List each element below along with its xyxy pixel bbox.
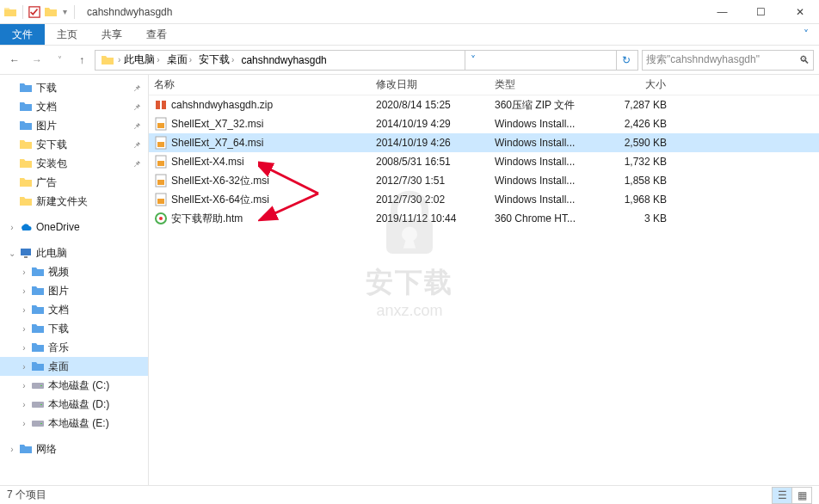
nav-forward-button[interactable]: → bbox=[28, 51, 46, 70]
table-row[interactable]: cahshndwyhasgdh.zip 2020/8/14 15:25 360压… bbox=[149, 95, 819, 114]
file-size: 2,426 KB bbox=[594, 118, 672, 130]
file-type: 360 Chrome HT... bbox=[490, 212, 594, 224]
file-type: Windows Install... bbox=[490, 137, 594, 149]
pin-icon: 📌︎ bbox=[132, 140, 141, 150]
qat-overflow[interactable]: ▾ bbox=[61, 7, 69, 16]
nav-recent-button[interactable]: ˅ bbox=[50, 51, 69, 70]
file-size: 7,287 KB bbox=[594, 99, 672, 111]
maximize-button[interactable]: ☐ bbox=[742, 0, 780, 24]
header-date[interactable]: 修改日期 bbox=[371, 75, 490, 95]
nav-back-button[interactable]: ← bbox=[5, 51, 24, 70]
file-size: 2,590 KB bbox=[594, 137, 672, 149]
file-type: Windows Install... bbox=[490, 156, 594, 168]
sidebar-item-视频[interactable]: ›视频 bbox=[0, 262, 148, 281]
tab-view[interactable]: 查看 bbox=[134, 24, 179, 45]
nav-up-button[interactable]: ↑ bbox=[72, 51, 91, 70]
svg-rect-8 bbox=[40, 423, 42, 424]
svg-rect-12 bbox=[157, 123, 164, 128]
header-type[interactable]: 类型 bbox=[490, 75, 594, 95]
file-size: 1,858 KB bbox=[594, 175, 672, 187]
sidebar-item-新建文件夹[interactable]: 新建文件夹 bbox=[0, 192, 148, 211]
tab-home[interactable]: 主页 bbox=[45, 24, 89, 45]
crumb-anxz[interactable]: 安下载› bbox=[195, 51, 237, 70]
svg-rect-18 bbox=[157, 180, 164, 185]
file-size: 1,732 KB bbox=[594, 156, 672, 168]
crumb-desktop[interactable]: 桌面› bbox=[163, 51, 195, 70]
folder-icon bbox=[3, 5, 17, 19]
sidebar-item-桌面[interactable]: ›桌面 bbox=[0, 357, 148, 376]
file-name: ShellExt-X6-32位.msi bbox=[171, 174, 269, 188]
sidebar-item-图片[interactable]: ›图片 bbox=[0, 281, 148, 300]
sidebar-item-文档[interactable]: 文档📌︎ bbox=[0, 97, 148, 116]
header-name[interactable]: 名称 bbox=[149, 75, 371, 95]
minimize-button[interactable]: — bbox=[703, 0, 742, 24]
svg-rect-16 bbox=[157, 161, 164, 166]
sidebar-item-下载[interactable]: ›下载 bbox=[0, 319, 148, 338]
file-name: cahshndwyhasgdh.zip bbox=[171, 99, 273, 111]
search-icon[interactable]: 🔍︎ bbox=[799, 54, 810, 66]
sidebar-item-下载[interactable]: 下载📌︎ bbox=[0, 78, 148, 97]
crumb-pc[interactable]: 此电脑› bbox=[120, 51, 163, 70]
file-type: 360压缩 ZIP 文件 bbox=[490, 98, 594, 113]
table-row[interactable]: ShellExt_X7_32.msi 2014/10/19 4:29 Windo… bbox=[149, 114, 819, 133]
svg-rect-4 bbox=[40, 385, 42, 386]
svg-rect-1 bbox=[21, 249, 31, 255]
sidebar-this-pc[interactable]: ⌄此电脑 bbox=[0, 243, 148, 262]
table-row[interactable]: ShellExt-X6-64位.msi 2012/7/30 2:02 Windo… bbox=[149, 190, 819, 209]
navbar: ← → ˅ ↑ › 此电脑› 桌面› 安下载› cahshndwyhasgdh … bbox=[0, 46, 819, 75]
window-title: cahshndwyhasgdh bbox=[80, 6, 172, 18]
refresh-button[interactable]: ↻ bbox=[616, 51, 636, 70]
win-folder-icon[interactable] bbox=[44, 5, 58, 19]
file-type: Windows Install... bbox=[490, 194, 594, 206]
file-type: Windows Install... bbox=[490, 118, 594, 130]
close-button[interactable]: ✕ bbox=[780, 0, 819, 24]
sidebar-item-本地磁盘 (C:)[interactable]: ›本地磁盘 (C:) bbox=[0, 376, 148, 395]
table-row[interactable]: ShellExt-X6-32位.msi 2012/7/30 1:51 Windo… bbox=[149, 171, 819, 190]
file-date: 2019/11/12 10:44 bbox=[371, 212, 490, 224]
file-date: 2014/10/19 4:26 bbox=[371, 137, 490, 149]
file-date: 2014/10/19 4:29 bbox=[371, 118, 490, 130]
table-row[interactable]: ShellExt-X4.msi 2008/5/31 16:51 Windows … bbox=[149, 152, 819, 171]
ribbon: 文件 主页 共享 查看 ˅ bbox=[0, 24, 819, 46]
header-size[interactable]: 大小 bbox=[594, 75, 672, 95]
file-list: cahshndwyhasgdh.zip 2020/8/14 15:25 360压… bbox=[149, 95, 819, 485]
checkbox-icon[interactable] bbox=[28, 6, 40, 18]
sidebar-item-本地磁盘 (E:)[interactable]: ›本地磁盘 (E:) bbox=[0, 414, 148, 433]
sidebar-onedrive[interactable]: ›OneDrive bbox=[0, 218, 148, 237]
file-name: ShellExt-X4.msi bbox=[171, 156, 244, 168]
file-size: 1,968 KB bbox=[594, 194, 672, 206]
history-dropdown[interactable]: ˅ bbox=[465, 51, 481, 70]
sidebar-item-安下载[interactable]: 安下载📌︎ bbox=[0, 135, 148, 154]
table-row[interactable]: 安下载帮助.htm 2019/11/12 10:44 360 Chrome HT… bbox=[149, 209, 819, 228]
file-date: 2012/7/30 1:51 bbox=[371, 175, 490, 187]
statusbar: 7 个项目 ☰ ▦ bbox=[0, 485, 819, 504]
sidebar-item-图片[interactable]: 图片📌︎ bbox=[0, 116, 148, 135]
sidebar-item-本地磁盘 (D:)[interactable]: ›本地磁盘 (D:) bbox=[0, 395, 148, 414]
view-details-button[interactable]: ☰ bbox=[772, 487, 792, 504]
location-folder-icon bbox=[101, 53, 114, 67]
ribbon-expand-button[interactable]: ˅ bbox=[793, 24, 819, 45]
file-size: 3 KB bbox=[594, 212, 672, 224]
sidebar-item-音乐[interactable]: ›音乐 bbox=[0, 338, 148, 357]
pin-icon: 📌︎ bbox=[132, 121, 141, 131]
pin-icon: 📌︎ bbox=[132, 83, 141, 93]
crumb-current[interactable]: cahshndwyhasgdh bbox=[237, 51, 329, 70]
sidebar-item-文档[interactable]: ›文档 bbox=[0, 300, 148, 319]
search-placeholder: 搜索"cahshndwyhasgdh" bbox=[646, 52, 760, 67]
column-headers: 名称 修改日期 类型 大小 bbox=[149, 75, 819, 95]
view-icons-button[interactable]: ▦ bbox=[791, 487, 812, 504]
pin-icon: 📌︎ bbox=[132, 102, 141, 112]
svg-rect-10 bbox=[160, 101, 162, 109]
status-count: 7 个项目 bbox=[7, 488, 46, 502]
sidebar-item-安装包[interactable]: 安装包📌︎ bbox=[0, 154, 148, 173]
sidebar: 下载📌︎文档📌︎图片📌︎安下载📌︎安装包📌︎广告新建文件夹›OneDrive⌄此… bbox=[0, 75, 149, 485]
tab-file[interactable]: 文件 bbox=[0, 24, 45, 45]
search-input[interactable]: 搜索"cahshndwyhasgdh" 🔍︎ bbox=[642, 50, 814, 71]
sidebar-network[interactable]: ›网络 bbox=[0, 439, 148, 458]
breadcrumb[interactable]: › 此电脑› 桌面› 安下载› cahshndwyhasgdh ˅ ↻ bbox=[95, 50, 638, 71]
tab-share[interactable]: 共享 bbox=[89, 24, 134, 45]
svg-point-22 bbox=[159, 217, 163, 220]
svg-rect-6 bbox=[40, 404, 42, 405]
table-row[interactable]: ShellExt_X7_64.msi 2014/10/19 4:26 Windo… bbox=[149, 133, 819, 152]
sidebar-item-广告[interactable]: 广告 bbox=[0, 173, 148, 192]
